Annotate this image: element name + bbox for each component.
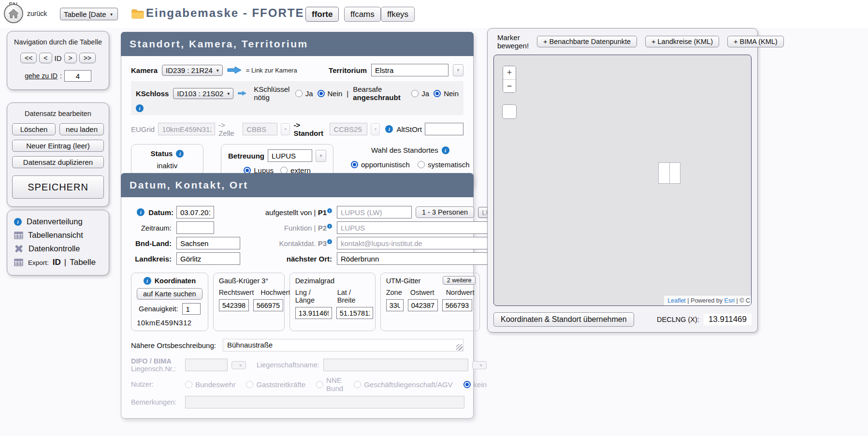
landkreise-kml-button[interactable]: + Landkreise (KML) [645, 36, 719, 47]
ostwert-input[interactable] [408, 299, 438, 311]
p1-input[interactable] [337, 206, 412, 218]
koordinaten-info-icon[interactable] [144, 277, 151, 285]
wahl-info-icon[interactable] [442, 146, 449, 154]
betreuung-input[interactable] [268, 149, 312, 162]
last-record-button[interactable]: >> [79, 53, 96, 63]
hochwert-label: Hochwert [260, 289, 290, 296]
esri-link[interactable]: Esri [724, 297, 735, 304]
radio-systematisch[interactable] [418, 161, 425, 168]
lat-input[interactable] [336, 307, 373, 319]
naechster-ort-input[interactable] [337, 252, 508, 265]
goto-id-input[interactable] [64, 70, 91, 82]
rechtswert-input[interactable] [219, 299, 249, 311]
tools-icon [14, 245, 24, 253]
liegenschaftsname-label: Liegenschaftsname: [257, 361, 319, 369]
radio-kein[interactable] [463, 381, 471, 388]
link-arrow-icon[interactable] [227, 66, 242, 74]
p1-label-text: aufgestellt von | [265, 208, 316, 217]
datum-info-icon[interactable] [137, 208, 145, 216]
lng-input[interactable] [295, 307, 332, 319]
radio-bearsafe-nein[interactable] [434, 90, 441, 97]
tab-ffkeys[interactable]: ffkeys [381, 7, 415, 22]
p3-info-icon[interactable] [327, 239, 332, 244]
radio-label: systematisch [428, 160, 470, 169]
datum-panel-title: Datum, Kontakt, Ort [121, 173, 474, 197]
home-button[interactable] [4, 4, 23, 23]
first-record-button[interactable]: << [20, 53, 37, 63]
link-datenkontrolle[interactable]: Datenkontrolle [14, 244, 102, 253]
personen-button[interactable]: 1 - 3 Personen [416, 206, 474, 218]
bnd-land-input[interactable] [176, 237, 240, 249]
bemerkungen-label: Bemerkungen: [131, 398, 185, 406]
link-label: Datenverteilung [27, 217, 83, 226]
link-hint: = Link zur Kamera [246, 67, 297, 74]
kamera-select[interactable]: ID239 : 21R24 [162, 65, 223, 76]
prev-record-button[interactable]: < [39, 53, 52, 63]
radio-kschluessel-nein[interactable] [318, 90, 325, 97]
reload-button[interactable]: neu laden [59, 123, 104, 135]
ortsbeschreibung-textarea[interactable]: Bühnaustraße [223, 339, 463, 351]
link-arrow-icon[interactable] [238, 90, 246, 97]
radio-label: Nein [444, 89, 459, 98]
radio-opportunistisch[interactable] [351, 161, 358, 168]
p2-info-icon[interactable] [327, 224, 332, 229]
difo-label: DIFO / BIMA [131, 357, 185, 365]
zeitraum-input[interactable] [176, 221, 214, 234]
kschloss-select[interactable]: ID103 : 21S02 [173, 88, 233, 99]
betreuung-dropdown-button[interactable] [316, 150, 326, 162]
zone-input[interactable] [386, 299, 404, 311]
radio-kschluessel-ja[interactable] [295, 90, 303, 97]
datum-input[interactable] [176, 206, 214, 218]
leaflet-link[interactable]: Leaflet [667, 297, 686, 304]
new-entry-button[interactable]: Neuer Eintrag (leer) [12, 140, 104, 152]
back-link[interactable]: zurück [27, 10, 47, 17]
bima-kml-button[interactable]: + BIMA (KML) [727, 36, 784, 47]
map[interactable]: + − Leaflet | Powered by Esri | © C [493, 55, 752, 306]
tab-fforte[interactable]: fforte [305, 7, 339, 22]
home-icon [8, 9, 19, 18]
nordwert-input[interactable] [442, 299, 472, 311]
genauigkeit-input[interactable] [182, 303, 201, 315]
altstort-input[interactable] [425, 123, 463, 135]
attr-powered: Powered by [691, 297, 723, 304]
weitere-button[interactable]: 2 weitere [443, 276, 476, 285]
tab-ffcams[interactable]: ffcams [344, 7, 381, 22]
table-icon [14, 232, 23, 239]
betreuung-label: Betreuung [228, 152, 264, 160]
p3-input[interactable] [337, 237, 508, 249]
landkreis-label: Landkreis: [131, 255, 174, 263]
gk-title: Gauß-Krüger 3° [219, 277, 279, 285]
karte-suchen-button[interactable]: auf Karte suchen [137, 288, 203, 300]
save-button[interactable]: SPEICHERN [12, 175, 104, 199]
landkreis-input[interactable] [176, 252, 240, 265]
table-select[interactable]: Tabelle [Datens [60, 8, 118, 20]
apply-coordinates-button[interactable]: Koordinaten & Standort übernehmen [493, 312, 634, 327]
standort-info-icon[interactable] [385, 125, 393, 133]
benachbarte-datenpunkte-button[interactable]: + Benachbarte Datenpunkte [537, 36, 637, 47]
datum-panel: Datum, Kontakt, Ort Datum: aufgestellt v… [121, 173, 474, 419]
p1-info-icon[interactable] [327, 208, 332, 213]
resize-grip[interactable] [456, 344, 463, 350]
link-tabellenansicht[interactable]: Tabellenansicht [14, 231, 102, 240]
p2-input[interactable] [337, 221, 508, 234]
link-datenverteilung[interactable]: Datenverteilung [14, 217, 102, 226]
kschloss-info-icon[interactable] [136, 104, 144, 112]
p1-label-bold: P1 [318, 208, 327, 217]
zoom-in-button[interactable]: + [503, 66, 516, 79]
nutzer-label: Nutzer: [131, 380, 185, 388]
next-record-button[interactable]: > [64, 53, 77, 63]
radio-bearsafe-ja[interactable] [411, 90, 419, 97]
status-info-icon[interactable] [176, 150, 184, 158]
territorium-dropdown-button[interactable] [453, 64, 463, 76]
wahl-group: Wahl des Standortes opportunistisch syst… [351, 144, 470, 169]
map-extra-button[interactable] [502, 104, 517, 119]
delete-button[interactable]: Löschen [12, 123, 56, 135]
export-table-link[interactable]: Tabelle [70, 258, 96, 267]
zoom-out-button[interactable]: − [503, 79, 516, 92]
duplicate-button[interactable]: Datensatz duplizieren [12, 156, 104, 168]
territorium-input[interactable] [371, 64, 448, 76]
link-label: Datenkontrolle [29, 244, 80, 253]
goto-id-link[interactable]: gehe zu ID [25, 72, 58, 80]
export-id-link[interactable]: ID [53, 258, 61, 267]
hochwert-input[interactable] [253, 299, 283, 311]
